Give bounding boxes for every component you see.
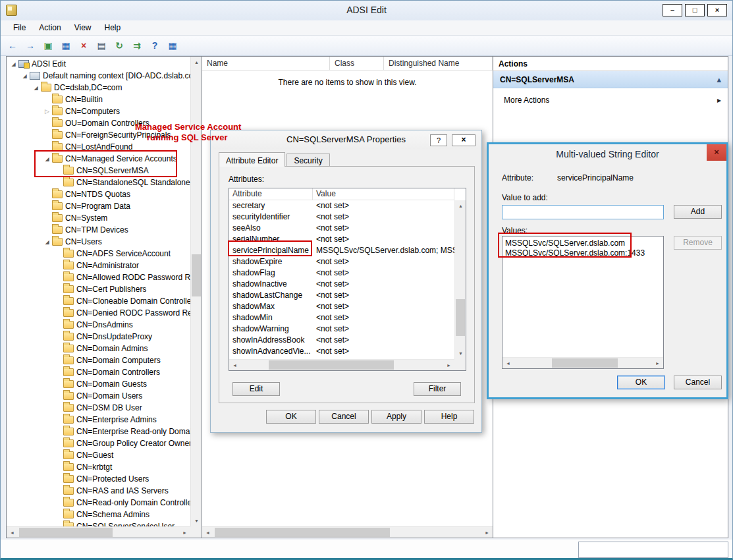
tree-item[interactable]: ADSI Edit	[7, 58, 190, 70]
scrollbar-thumb[interactable]	[19, 528, 113, 537]
scrollbar-thumb[interactable]	[269, 360, 394, 370]
ok-button[interactable]: OK	[266, 410, 316, 424]
scroll-right-icon[interactable]	[652, 358, 663, 369]
tree-item[interactable]: CN=RAS and IAS Servers	[7, 485, 190, 497]
forward-icon[interactable]: →	[22, 38, 38, 53]
list-horizontal-scrollbar[interactable]	[202, 526, 493, 538]
tree-item[interactable]: CN=ForeignSecurityPrincipals	[7, 129, 190, 141]
scroll-right-icon[interactable]	[179, 527, 190, 538]
expand-icon[interactable]	[32, 85, 40, 91]
value-list-item[interactable]: MSSQLSvc/SQLServer.dslab.com:1433	[502, 248, 663, 258]
attributes-horizontal-scrollbar[interactable]	[229, 359, 454, 370]
tree-horizontal-scrollbar[interactable]	[7, 526, 190, 538]
expand-icon[interactable]	[43, 108, 51, 115]
tree-item[interactable]: CN=Read-only Domain Controlle	[7, 497, 190, 509]
tree-item[interactable]: CN=Denied RODC Password Repli	[7, 307, 190, 319]
close-button[interactable]: ×	[707, 4, 727, 16]
attribute-row[interactable]: servicePrincipalName MSSQLSvc/SQLServer.…	[229, 245, 454, 256]
tree-item[interactable]: CN=NTDS Quotas	[7, 188, 190, 200]
attribute-row[interactable]: showInAdvancedVie... <not set>	[229, 346, 454, 357]
scroll-down-icon[interactable]	[191, 515, 202, 526]
apply-button[interactable]: Apply	[371, 410, 421, 424]
scroll-down-icon[interactable]	[455, 348, 466, 359]
maximize-button[interactable]: □	[685, 4, 705, 16]
tree-item[interactable]: CN=Enterprise Read-only Domain	[7, 426, 190, 437]
tree-item[interactable]: CN=Builtin	[7, 94, 190, 105]
export-list-icon[interactable]: ⇉	[129, 38, 145, 53]
column-header[interactable]: Class	[330, 57, 384, 70]
tree-item[interactable]: CN=Domain Controllers	[7, 366, 190, 378]
new-window-icon[interactable]: ▦	[165, 38, 180, 53]
scroll-left-icon[interactable]	[229, 360, 240, 371]
tree-item[interactable]: CN=Cloneable Domain Controller	[7, 295, 190, 307]
help-button[interactable]: Help	[424, 410, 474, 424]
tree-item[interactable]: CN=Allowed RODC Password Rep	[7, 271, 190, 283]
tab-attribute-editor[interactable]: Attribute Editor	[219, 152, 285, 167]
scroll-up-icon[interactable]	[455, 200, 466, 211]
attributes-vertical-scrollbar[interactable]	[454, 200, 466, 359]
attribute-row[interactable]: showInAddressBook <not set>	[229, 335, 454, 346]
help-icon[interactable]: ?	[147, 38, 163, 53]
tree-item[interactable]: CN=Domain Users	[7, 390, 190, 402]
tree-item[interactable]: CN=DnsAdmins	[7, 319, 190, 331]
collapse-icon[interactable]	[717, 74, 721, 84]
minimize-button[interactable]: –	[663, 4, 682, 16]
value-list-item[interactable]: MSSQLSvc/SQLServer.dslab.com	[502, 238, 663, 248]
tree-item[interactable]: CN=LostAndFound	[7, 141, 190, 153]
value-to-add-input[interactable]	[502, 205, 664, 219]
tree-item[interactable]: Default naming context [DIO-ADC.dslab.co…	[7, 70, 190, 82]
column-header[interactable]: Name	[202, 57, 330, 70]
menu-view[interactable]: View	[68, 21, 97, 34]
tree-vertical-scrollbar[interactable]	[190, 57, 202, 526]
values-listbox[interactable]: MSSQLSvc/SQLServer.dslab.com MSSQLSvc/SQ…	[502, 236, 664, 369]
scroll-up-icon[interactable]	[191, 57, 202, 68]
scroll-right-icon[interactable]	[481, 527, 493, 538]
expand-icon[interactable]	[9, 61, 18, 67]
refresh-icon[interactable]: ↻	[111, 38, 127, 53]
scroll-right-icon[interactable]	[443, 360, 454, 371]
tree-item[interactable]: CN=Group Policy Creator Owners	[7, 437, 190, 449]
value-column-header[interactable]: Value	[313, 188, 454, 200]
expand-icon[interactable]	[43, 156, 51, 162]
scrollbar-thumb[interactable]	[552, 358, 618, 368]
dialog-close-icon[interactable]: ×	[707, 144, 726, 161]
actions-group-header[interactable]: CN=SQLServerMSA	[493, 71, 728, 88]
attribute-row[interactable]: shadowWarning <not set>	[229, 323, 454, 335]
values-horizontal-scrollbar[interactable]	[502, 357, 663, 368]
tree-item[interactable]: CN=System	[7, 212, 190, 224]
tree-item[interactable]: CN=TPM Devices	[7, 224, 190, 236]
console-tree-icon[interactable]: ▦	[58, 38, 74, 53]
attribute-row[interactable]: shadowFlag <not set>	[229, 267, 454, 279]
menu-action[interactable]: Action	[33, 21, 67, 34]
add-button[interactable]: Add	[674, 205, 722, 219]
menu-file[interactable]: File	[7, 21, 32, 34]
cancel-button[interactable]: Cancel	[319, 410, 369, 424]
tree-item[interactable]: CN=DSM DB User	[7, 402, 190, 414]
attribute-row[interactable]: securityIdentifier <not set>	[229, 211, 454, 223]
attribute-row[interactable]: shadowMax <not set>	[229, 301, 454, 312]
tree-item[interactable]: CN=ADFS ServiceAccount	[7, 248, 190, 260]
scroll-left-icon[interactable]	[502, 358, 514, 369]
attribute-row[interactable]: shadowMin <not set>	[229, 312, 454, 323]
tree-item[interactable]: CN=Program Data	[7, 200, 190, 212]
dialog-close-icon[interactable]: ×	[452, 134, 475, 146]
properties-icon[interactable]: ▤	[94, 38, 109, 53]
scroll-left-icon[interactable]	[202, 527, 213, 538]
attribute-row[interactable]: shadowInactive <not set>	[229, 279, 454, 290]
attribute-row[interactable]: secretary <not set>	[229, 200, 454, 211]
tree-item[interactable]: CN=Computers	[7, 105, 190, 117]
menu-help[interactable]: Help	[99, 21, 127, 34]
scrollbar-thumb[interactable]	[456, 299, 465, 336]
tree-item[interactable]: DC=dslab,DC=com	[7, 82, 190, 94]
tree-item[interactable]: CN=Administrator	[7, 260, 190, 271]
tree-item[interactable]: CN=Schema Admins	[7, 509, 190, 520]
cancel-button[interactable]: Cancel	[674, 376, 722, 389]
tree-item[interactable]: CN=Enterprise Admins	[7, 414, 190, 426]
scrollbar-thumb[interactable]	[192, 254, 201, 296]
tree-item[interactable]: CN=DnsUpdateProxy	[7, 331, 190, 343]
remove-button[interactable]: Remove	[674, 236, 722, 250]
column-header[interactable]: Distinguished Name	[384, 57, 493, 70]
attribute-row[interactable]: shadowExpire <not set>	[229, 256, 454, 267]
tree-item[interactable]: CN=Users	[7, 236, 190, 248]
dialog-help-icon[interactable]: ?	[430, 134, 447, 146]
